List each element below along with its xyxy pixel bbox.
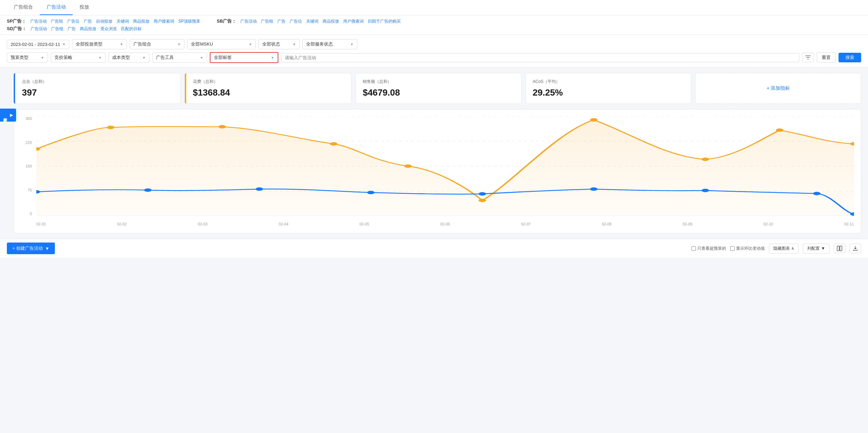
over-budget-checkbox[interactable]: 只查看超预算的 <box>691 246 726 251</box>
metric-spend-value: $1368.84 <box>193 87 345 98</box>
sp-link-6[interactable]: 商品投放 <box>132 18 151 24</box>
metric-sales: 销售额（总和） $4679.08 <box>355 73 521 104</box>
budget-type-filter[interactable]: 预算类型 ▼ <box>7 52 48 63</box>
x-label-0201: 02-01 <box>36 222 46 226</box>
x-label-0208: 02-08 <box>602 222 612 226</box>
date-arrow-icon: ▼ <box>62 42 66 46</box>
status-filter[interactable]: 全部状态 ▼ <box>258 39 300 49</box>
sd-link-3[interactable]: 商品投放 <box>79 26 98 32</box>
sp-link-8[interactable]: SP顶级预算 <box>177 18 202 24</box>
service-status-filter[interactable]: 全部服务状态 ▼ <box>302 39 357 49</box>
tab-delivery[interactable]: 投放 <box>73 0 96 15</box>
sp-nav-row: SP广告： 广告活动 广告组 广告位 广告 自动投放 关键词 商品投放 用户搜索… <box>7 18 861 24</box>
sb-link-4[interactable]: 关键词 <box>305 18 320 24</box>
download-button[interactable] <box>849 244 861 253</box>
msku-value: 全部MSKU <box>191 41 213 47</box>
ad-tool-arrow-icon: ▼ <box>200 56 203 60</box>
search-button[interactable]: 搜索 <box>839 53 861 62</box>
sp-link-7[interactable]: 用户搜索词 <box>152 18 176 24</box>
sb-link-3[interactable]: 广告位 <box>288 18 303 24</box>
delivery-type-filter[interactable]: 全部投放类型 ▼ <box>72 39 127 49</box>
sd-link-5[interactable]: 匹配的目标 <box>120 26 143 32</box>
sb-link-1[interactable]: 广告组 <box>260 18 275 24</box>
metric-spend-label: 花费（总和） <box>193 79 345 85</box>
tab-ad-activity[interactable]: 广告活动 <box>40 0 73 15</box>
svg-point-11 <box>590 118 598 122</box>
svg-point-17 <box>256 187 263 191</box>
sb-link-5[interactable]: 商品投放 <box>321 18 340 24</box>
x-label-0205: 02-05 <box>360 222 369 226</box>
sp-link-1[interactable]: 广告组 <box>49 18 64 24</box>
chart-area: 300 225 150 75 0 <box>14 109 861 233</box>
sp-link-2[interactable]: 广告位 <box>66 18 81 24</box>
sd-link-4[interactable]: 受众浏览 <box>99 26 118 32</box>
show-change-input[interactable] <box>730 246 735 251</box>
sp-link-5[interactable]: 关键词 <box>115 18 130 24</box>
sp-link-3[interactable]: 广告 <box>82 18 93 24</box>
msku-filter[interactable]: 全部MSKU ▼ <box>187 39 256 49</box>
filter-icon-button[interactable] <box>802 53 814 62</box>
over-budget-label: 只查看超预算的 <box>697 246 726 251</box>
add-metric-label[interactable]: + 添加指标 <box>767 79 790 98</box>
svg-point-12 <box>702 158 709 161</box>
y-label-75: 75 <box>28 188 32 192</box>
metric-acos: ACoS（平均） 29.25% <box>526 73 691 104</box>
metric-sales-value: $4679.08 <box>363 87 514 98</box>
chart-inner <box>36 116 854 216</box>
svg-point-21 <box>702 189 709 192</box>
service-status-value: 全部服务状态 <box>306 41 333 47</box>
cost-type-value: 成本类型 <box>112 54 130 61</box>
sb-link-0[interactable]: 广告活动 <box>239 18 258 24</box>
all-tags-arrow-icon: ▼ <box>271 56 274 60</box>
col-config-label: 列配置 <box>807 246 820 251</box>
search-input[interactable] <box>281 53 799 62</box>
cost-type-filter[interactable]: 成本类型 ▼ <box>108 52 149 63</box>
msku-arrow-icon: ▼ <box>249 42 252 46</box>
show-change-checkbox[interactable]: 显示环比变动值 <box>730 246 765 251</box>
sd-link-1[interactable]: 广告组 <box>50 26 65 32</box>
all-tags-filter[interactable]: 全部标签 ▼ <box>210 52 278 63</box>
sub-nav: SP广告： 广告活动 广告组 广告位 广告 自动投放 关键词 商品投放 用户搜索… <box>0 15 868 35</box>
sb-link-2[interactable]: 广告 <box>276 18 287 24</box>
col-config-button[interactable]: 列配置 ▼ <box>803 244 830 253</box>
split-view-button[interactable] <box>834 244 845 253</box>
bid-strategy-filter[interactable]: 竞价策略 ▼ <box>51 52 106 63</box>
sb-link-7[interactable]: 归因于广告的购买 <box>366 18 402 24</box>
hide-chart-button[interactable]: 隐藏图表 ∧ <box>769 244 799 253</box>
svg-point-8 <box>330 142 337 146</box>
sd-link-0[interactable]: 广告活动 <box>29 26 48 32</box>
metric-clicks-label: 点击（总和） <box>22 79 173 85</box>
sidebar-toggle[interactable]: ▶ 展开侧栏 <box>0 109 16 122</box>
ad-group-filter[interactable]: 广告组合 ▼ <box>130 39 184 49</box>
ad-tool-filter[interactable]: 广告工具 ▼ <box>152 52 207 63</box>
svg-rect-25 <box>840 246 842 251</box>
metric-clicks: 点击（总和） 397 <box>14 73 181 104</box>
filter-row-2: 预算类型 ▼ 竞价策略 ▼ 成本类型 ▼ 广告工具 ▼ 全部标签 ▼ 重置 搜索 <box>7 52 861 63</box>
filter-row-1: 2023-02-01 - 2023-02-11 ▼ 全部投放类型 ▼ 广告组合 … <box>7 39 861 49</box>
create-campaign-button[interactable]: + 创建广告活动 ▼ <box>7 243 55 254</box>
x-label-0210: 02-10 <box>763 222 773 226</box>
tab-ad-group[interactable]: 广告组合 <box>7 0 40 15</box>
y-label-150: 150 <box>26 164 32 168</box>
reset-button[interactable]: 重置 <box>817 52 836 63</box>
show-change-label: 显示环比变动值 <box>736 246 765 251</box>
x-label-0204: 02-04 <box>279 222 288 226</box>
sp-link-4[interactable]: 自动投放 <box>95 18 114 24</box>
svg-point-9 <box>404 164 412 168</box>
hide-chart-label: 隐藏图表 <box>773 246 790 251</box>
over-budget-input[interactable] <box>691 246 696 251</box>
x-label-0209: 02-09 <box>683 222 692 226</box>
sb-link-6[interactable]: 用户搜索词 <box>342 18 365 24</box>
budget-type-arrow-icon: ▼ <box>41 56 44 60</box>
create-dropdown-arrow-icon: ▼ <box>45 246 49 251</box>
metric-spend: 花费（总和） $1368.84 <box>185 73 352 104</box>
chart-svg <box>36 116 854 216</box>
status-arrow-icon: ▼ <box>293 42 296 46</box>
sd-link-2[interactable]: 广告 <box>66 26 77 32</box>
add-metric-card[interactable]: + 添加指标 <box>695 73 861 104</box>
metric-acos-label: ACoS（平均） <box>533 79 684 85</box>
sp-link-0[interactable]: 广告活动 <box>29 18 48 24</box>
date-filter[interactable]: 2023-02-01 - 2023-02-11 ▼ <box>7 40 69 49</box>
all-tags-value: 全部标签 <box>214 54 232 61</box>
ad-tool-value: 广告工具 <box>156 54 174 61</box>
